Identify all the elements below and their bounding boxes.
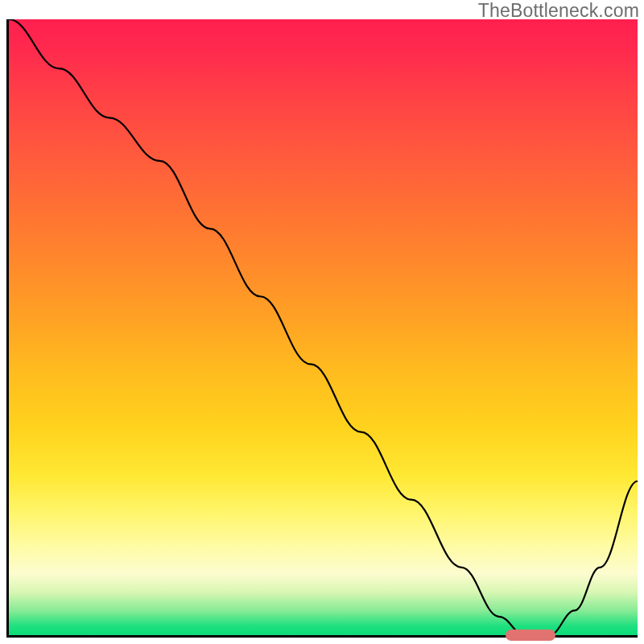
optimum-range-marker: [506, 630, 555, 641]
chart-plot-area: [6, 19, 638, 638]
bottleneck-curve: [9, 19, 638, 635]
chart-curve-svg: [9, 19, 638, 635]
watermark-text: TheBottleneck.com: [478, 0, 639, 22]
